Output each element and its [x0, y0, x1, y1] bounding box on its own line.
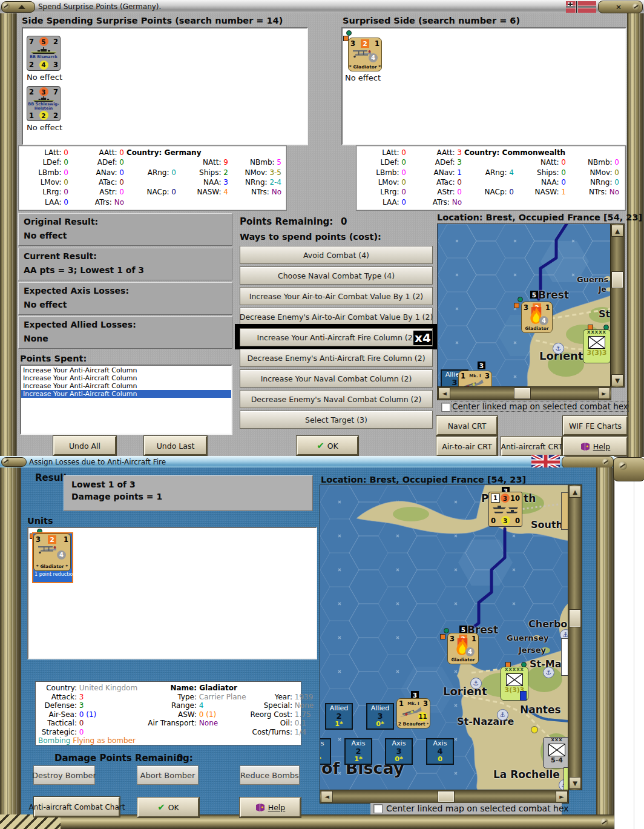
combat-side-counter[interactable]: Axis40	[426, 738, 454, 765]
beaufort-counter[interactable]: 1Mk. I3	[458, 371, 492, 388]
points-spent-item[interactable]: Increase Your Anti-Aircraft Column	[21, 390, 231, 398]
stat-lmov: LMov: 0	[20, 178, 71, 188]
scroll-up-icon[interactable]: ▲	[611, 225, 623, 237]
map2-horizontal-scrollbar[interactable]: ◄ ►	[320, 790, 569, 804]
ok-button-2[interactable]: ✔ OK	[137, 798, 199, 817]
combat-side-counter[interactable]: Axis11*	[320, 738, 331, 765]
help-button-2[interactable]: Help	[240, 798, 301, 817]
ship-counter[interactable]: 752BB Bismarck243	[27, 36, 61, 71]
combat-side-counter[interactable]: Allied30*	[366, 703, 394, 730]
map-label-th: th	[524, 492, 536, 504]
port-anchor-icon: ⚓	[470, 678, 482, 689]
spend-button-8[interactable]: Select Target (3)	[240, 411, 433, 429]
surprised-units-listbox[interactable]: 3214* Gladiator *No effect	[341, 27, 626, 145]
air-to-air-crt-button[interactable]: Air-to-air CRT	[436, 437, 498, 456]
scroll-left-icon[interactable]: ◄	[321, 791, 333, 802]
combat-side-counter[interactable]: Allied21*	[325, 703, 353, 730]
stat-nmov: NMov: 0	[568, 168, 622, 178]
map2-hscroll-thumb[interactable]	[438, 791, 455, 802]
spend-button-5[interactable]: Decrease Enemy's Anti-Aircraft Fire Colu…	[240, 349, 433, 367]
map1-hscroll-thumb[interactable]	[514, 388, 531, 399]
spending-units-listbox[interactable]: 752BB Bismarck243No effect237BB Schleswi…	[22, 27, 308, 145]
map2-vscroll-thumb[interactable]	[569, 609, 581, 627]
gladiator-counter[interactable]: 3214Gladiator	[447, 633, 479, 664]
selected-unit[interactable]: 3214* Gladiator *1 point reduction.	[32, 532, 73, 583]
points-spent-item[interactable]: Increase Your Anti-Aircraft Column	[21, 382, 231, 390]
spend-button-2[interactable]: Increase Your Air-to-Air Combat Value By…	[240, 287, 433, 305]
spend-button-6[interactable]: Increase Your Naval Combat Column (2)	[240, 369, 433, 388]
destroy-bomber-button[interactable]: Destroy Bomber	[33, 765, 95, 785]
center-map-checkbox-2[interactable]	[373, 804, 383, 813]
center-map-checkbox[interactable]	[441, 403, 450, 412]
stat-adef: ADef: 3	[409, 158, 464, 168]
window1-titlebar[interactable]: Spend Surprise Points (Germany). ✕	[0, 0, 644, 14]
abort-bomber-button[interactable]: Abort Bomber	[137, 765, 199, 785]
expected-axis-losses-box: Expected Axis Losses: No effect	[18, 282, 232, 315]
linked-map[interactable]: PthSouthamCherbourgGuernseyJerseySt-Malo…	[320, 484, 569, 790]
spend-button-7[interactable]: Decrease Enemy's Naval Combat Column (2)	[240, 390, 433, 408]
spend-button-4[interactable]: Increase Your Anti-Aircraft Fire Column …	[240, 328, 433, 346]
help-button[interactable]: Help	[563, 437, 628, 456]
expected-axis-losses-value: No effect	[24, 300, 67, 309]
naval-crt-button[interactable]: Naval CRT	[436, 416, 498, 435]
window2-corner-button[interactable]	[562, 456, 614, 469]
scroll-down-icon[interactable]: ▼	[611, 374, 623, 386]
units-listbox[interactable]: 3214* Gladiator *1 point reduction.	[27, 527, 317, 659]
hq-counter-green[interactable]: XXXXX3(3)3	[583, 329, 611, 363]
map2-vertical-scrollbar[interactable]: ▲ ▼	[568, 484, 582, 790]
combat-map[interactable]: GuernsJeBrestStLorient53⚓Allied33214Glad…	[437, 223, 611, 388]
stat-laa: LAA: 0	[358, 198, 409, 208]
wif-fe-charts-button[interactable]: WIF FE Charts	[563, 416, 628, 435]
ok-button[interactable]: ✔ OK	[297, 436, 358, 455]
map2-location-label: Location: Brest, Occupied France [54, 23…	[321, 475, 526, 484]
current-result-value: AA pts = 3; Lowest 1 of 3	[24, 265, 144, 275]
germany-flag-icon	[566, 1, 596, 13]
anti-aircraft-combat-chart-button[interactable]: Anti-aircraft Combat Chart	[34, 797, 120, 817]
ship-counter[interactable]: 237BB Schleswig-Holstein122	[27, 86, 61, 121]
window-edge-line	[634, 467, 634, 829]
map-label-guerns: Guerns	[577, 275, 608, 284]
screw-icon	[600, 818, 608, 826]
combat-side-counter[interactable]: Axis21*	[344, 738, 372, 765]
stat-atrs: ATrs: No	[71, 198, 126, 208]
undo-last-button[interactable]: Undo Last	[144, 436, 207, 455]
stat-atac: ATac: 0	[71, 178, 126, 188]
ship-name: BB Schleswig-Holstein	[27, 102, 60, 111]
scroll-down-icon[interactable]: ▼	[569, 777, 581, 789]
scroll-right-icon[interactable]: ►	[598, 388, 610, 399]
map1-vscroll-thumb[interactable]	[611, 271, 623, 288]
map1-vertical-scrollbar[interactable]: ▲ ▼	[610, 223, 625, 388]
gladiator-counter[interactable]: 3214* Gladiator *	[348, 38, 382, 71]
ok-button-label: OK	[327, 441, 338, 451]
spend-button-3[interactable]: Decrease Enemy's Air-to-Air Combat Value…	[240, 308, 433, 326]
map1-horizontal-scrollbar[interactable]: ◄ ►	[437, 386, 611, 400]
points-spent-item[interactable]: Increase Your Anti-Aircraft Column	[21, 374, 231, 382]
window2-titlebar[interactable]: Assign Losses due to Anti-Aircraft Fire	[0, 456, 614, 468]
window2-right-border	[596, 467, 614, 814]
anti-aircraft-crt-button[interactable]: Anti-aircraft CRT	[501, 437, 562, 456]
details-row: Strategic: 0Cost/Turns: 1/4	[38, 728, 298, 737]
gladiator-counter[interactable]: 3214Gladiator	[521, 302, 553, 333]
stat-astr: AStr: 0	[71, 188, 126, 197]
scroll-right-icon[interactable]: ►	[556, 791, 568, 802]
scroll-up-icon[interactable]: ▲	[569, 486, 581, 498]
center-map-checkbox-2-label[interactable]: Center linked map on selected combat hex	[386, 804, 569, 813]
center-map-checkbox-label[interactable]: Center linked map on selected combat hex	[452, 401, 628, 411]
naval-stack-counter[interactable]: 1310030	[488, 492, 522, 527]
scroll-left-icon[interactable]: ◄	[438, 388, 450, 399]
help-button-label: Help	[593, 442, 611, 451]
undo-all-button[interactable]: Undo All	[53, 436, 116, 455]
combat-side-counter[interactable]: Axis30*	[385, 738, 413, 765]
points-spent-listbox[interactable]: Increase Your Anti-Aircraft ColumnIncrea…	[20, 365, 232, 435]
window1-title: Spend Surprise Points (Germany).	[38, 2, 161, 11]
beaufort-counter[interactable]: 1Mk. I3112 Beaufort *	[396, 698, 430, 728]
reduce-bombs-button[interactable]: Reduce Bombs	[240, 765, 300, 785]
spend-button-0[interactable]: Avoid Combat (4)	[240, 246, 433, 264]
points-spent-item[interactable]: Increase Your Anti-Aircraft Column	[21, 366, 231, 374]
window1-close-button[interactable]: ✕	[598, 1, 643, 13]
objective-dot-icon	[531, 726, 538, 733]
spend-button-1[interactable]: Choose Naval Combat Type (4)	[240, 266, 433, 285]
details-row: Attack: 3Type: Carrier PlaneYear: 1939	[38, 693, 298, 702]
original-result-label: Original Result:	[24, 217, 98, 226]
hq-counter-gray[interactable]: XXX5-4	[543, 737, 569, 768]
